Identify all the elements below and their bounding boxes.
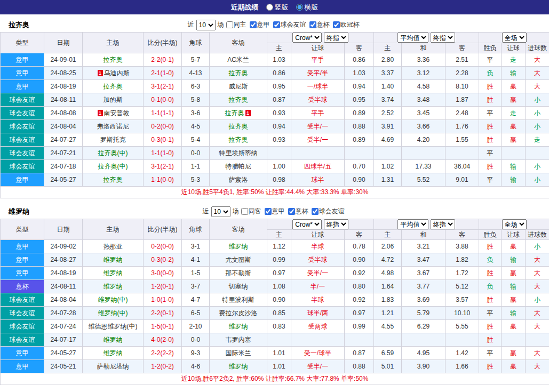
score-cell: 4-0(2-0)	[144, 333, 182, 347]
home-team-cell[interactable]: 维罗纳	[83, 333, 144, 347]
away-team-cell[interactable]: 拉齐奥1	[210, 107, 267, 120]
away-team-cell[interactable]: 拉齐奥	[210, 120, 267, 133]
near-label: 近	[203, 207, 209, 216]
away-team-cell[interactable]: 那不勒斯	[210, 267, 267, 280]
filter-checkbox[interactable]: 意甲	[250, 20, 270, 29]
bookmaker-select[interactable]: Crow*	[292, 219, 322, 229]
checkbox-input[interactable]	[333, 21, 340, 28]
competition-type-cell: 意甲	[1, 67, 44, 80]
filter-checkbox[interactable]: 意甲	[265, 207, 285, 216]
home-team-cell[interactable]: 维罗纳(中)	[83, 293, 144, 307]
home-team-cell[interactable]: 热那亚	[83, 240, 144, 253]
avg-stage-select[interactable]: 终指	[431, 33, 455, 43]
avg-draw-odds-cell: 6.29	[402, 320, 445, 333]
away-team-cell[interactable]: 韦罗内塞	[210, 333, 267, 347]
away-team-cell[interactable]: 费拉尔皮沙洛	[210, 307, 267, 320]
away-team-cell[interactable]: 萨索洛	[210, 173, 267, 187]
header-away: 客场	[210, 219, 267, 240]
team-name-text: 威尼斯	[229, 83, 248, 90]
home-team-cell[interactable]: 拉齐奥(中)	[83, 160, 144, 173]
away-team-cell[interactable]: 尤文图斯	[210, 253, 267, 267]
avg-stage-select[interactable]: 终指	[431, 219, 455, 229]
home-team-cell[interactable]: 维罗纳	[83, 267, 144, 280]
home-team-cell[interactable]: 加的斯	[83, 93, 144, 107]
goals-result-cell: 大	[526, 80, 549, 93]
away-team-cell[interactable]: 维罗纳	[210, 240, 267, 253]
filter-checkbox[interactable]: 意杯	[288, 207, 308, 216]
away-team-cell[interactable]: 拉齐奥	[210, 67, 267, 80]
home-team-cell[interactable]: 罗斯托克	[83, 133, 144, 147]
home-team-cell[interactable]: 拉齐奥(中)	[83, 147, 144, 160]
checkbox-input[interactable]	[265, 208, 272, 215]
odds-away-cell: 1.03	[345, 67, 374, 80]
home-team-cell[interactable]: 萨勒尼塔纳	[83, 360, 144, 373]
result-cell: 胜	[479, 160, 502, 173]
odds-home-cell: 0.97	[267, 267, 291, 280]
odds-stage-select[interactable]: 终指	[324, 33, 348, 43]
away-team-cell[interactable]: 维罗纳	[210, 320, 267, 333]
home-team-cell[interactable]: 维罗纳(中)	[83, 307, 144, 320]
layout-option-vertical[interactable]: 竖版	[266, 3, 289, 12]
header-home: 主场	[83, 33, 144, 53]
layout-option-horizontal[interactable]: 横版	[296, 3, 319, 12]
away-team-cell[interactable]: 威尼斯	[210, 80, 267, 93]
away-team-cell[interactable]: 维罗纳	[210, 360, 267, 373]
avg-draw-odds-cell: 3.90	[402, 360, 445, 373]
away-team-cell[interactable]: 拉齐奥	[210, 133, 267, 147]
checkbox-input[interactable]	[226, 21, 233, 28]
avg-home-odds-cell: 3.37	[374, 67, 402, 80]
corner-cell: 4-6	[182, 360, 210, 373]
avg-draw-odds-cell: 3.66	[402, 120, 445, 133]
checkbox-input[interactable]	[273, 21, 280, 28]
filter-checkbox[interactable]: 同主	[226, 20, 246, 29]
filter-checkbox[interactable]: 球会友谊	[312, 207, 345, 216]
checkbox-input[interactable]	[312, 208, 319, 215]
odds-away-cell: 0.95	[345, 93, 374, 107]
filter-checkbox[interactable]: 同客	[241, 207, 261, 216]
checkbox-input[interactable]	[309, 21, 316, 28]
match-row: 意甲 24-08-27 维罗纳 0-3(0-2) 4-1 尤文图斯 0.99 受…	[1, 253, 549, 267]
team-name-text: 韦罗内塞	[226, 336, 251, 343]
filter-checkbox[interactable]: 球会友谊	[273, 20, 306, 29]
filter-checkbox[interactable]: 意杯	[309, 20, 330, 29]
fulltime-select[interactable]: 全场	[502, 33, 527, 43]
bookmaker-select[interactable]: Crow*	[292, 33, 322, 43]
home-team-cell[interactable]: 维罗纳	[83, 280, 144, 293]
filter-checkbox[interactable]: 欧冠杯	[333, 20, 360, 29]
checkbox-input[interactable]	[288, 208, 295, 215]
away-team-cell[interactable]: 拉齐奥	[210, 93, 267, 107]
home-team-cell[interactable]: 弗洛西诺尼	[83, 120, 144, 133]
fulltime-select[interactable]: 全场	[502, 219, 527, 229]
checkbox-input[interactable]	[250, 21, 257, 28]
odds-home-cell: 0.94	[267, 120, 291, 133]
average-select[interactable]: 平均值	[397, 219, 428, 229]
average-select[interactable]: 平均值	[397, 33, 428, 43]
checkbox-input[interactable]	[241, 208, 248, 215]
vertical-layout-radio[interactable]	[266, 4, 273, 11]
match-count-select[interactable]: 10	[196, 20, 216, 30]
away-team-cell[interactable]: AC米兰	[210, 53, 267, 67]
competition-type-cell: 球会友谊	[1, 320, 44, 333]
team-name-text: 费拉尔皮沙洛	[219, 309, 258, 317]
away-team-cell[interactable]: 特里埃斯蒂纳	[210, 147, 267, 160]
away-team-cell[interactable]: 切塞纳	[210, 280, 267, 293]
corner-cell: 5-8	[182, 93, 210, 107]
home-team-cell[interactable]: 拉齐奥	[83, 173, 144, 187]
home-team-cell[interactable]: 维罗纳	[83, 347, 144, 360]
home-team-cell[interactable]: 维罗纳	[83, 253, 144, 267]
avg-draw-odds-cell	[402, 147, 445, 160]
odds-stage-select[interactable]: 终指	[324, 219, 348, 229]
home-team-cell[interactable]: 1乌迪内斯	[83, 67, 144, 80]
home-team-cell[interactable]: 拉齐奥	[83, 53, 144, 67]
away-team-cell[interactable]: 特腊帕尼	[210, 160, 267, 173]
odds-away-cell	[345, 147, 374, 160]
odds-away-cell: 0.90	[345, 173, 374, 187]
home-team-cell[interactable]: 维德恩维罗纳(中)	[83, 320, 144, 333]
away-team-cell[interactable]: 国际米兰	[210, 347, 267, 360]
home-team-cell[interactable]: 拉齐奥	[83, 80, 144, 93]
home-team-cell[interactable]: 1南安普敦	[83, 107, 144, 120]
horizontal-layout-radio[interactable]	[296, 4, 303, 11]
away-team-cell[interactable]: 特里波利斯	[210, 293, 267, 307]
match-count-select[interactable]: 10	[211, 206, 230, 217]
handicap-result-cell: 赢	[502, 120, 526, 133]
